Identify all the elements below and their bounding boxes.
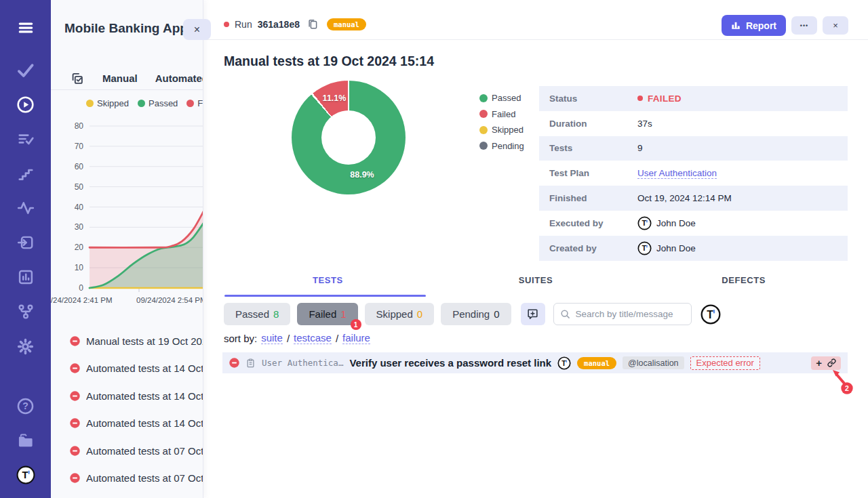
user-avatar: T [637, 241, 652, 255]
drawer-close-button[interactable]: × [183, 19, 211, 40]
run-type-badge: manual [327, 18, 366, 30]
history-chart-legend: Skipped Passed Failed [86, 98, 203, 108]
svg-text:30: 30 [75, 222, 84, 232]
legend-failed: Failed [479, 109, 524, 119]
copy-check-icon[interactable] [70, 71, 85, 86]
comment-button[interactable] [521, 303, 545, 325]
test-title[interactable]: Verify user receives a password reset li… [349, 357, 551, 369]
failed-run-icon [70, 363, 80, 373]
tab-tests[interactable]: TESTS [224, 275, 432, 293]
project-drawer: × Mobile Banking App Manual Automated Sk… [51, 0, 203, 498]
check-icon[interactable] [16, 60, 35, 79]
test-tag[interactable]: @localisation [623, 356, 684, 369]
link-icon [827, 358, 836, 367]
user-avatar-button[interactable]: T [701, 304, 721, 325]
sort-by-failure[interactable]: failure [342, 332, 370, 344]
detail-row-tests: Tests 9 [539, 136, 848, 161]
steps-icon[interactable] [16, 164, 35, 183]
tab-suites[interactable]: SUITES [432, 275, 640, 293]
icon-sidebar: ? T [0, 0, 51, 498]
run-list-item[interactable]: Automated tests at 14 Oct 2024 [51, 355, 203, 383]
search-icon [560, 309, 570, 319]
test-result-row[interactable]: User Authentica… Verify user receives a … [222, 352, 848, 373]
add-defect-button[interactable]: + [816, 358, 822, 368]
link-issue-button[interactable] [827, 358, 836, 367]
detail-row-test-plan: Test Plan User Authentication [539, 161, 848, 186]
test-plan-link[interactable]: User Authentication [637, 168, 717, 179]
bar-chart-box-icon[interactable] [16, 268, 35, 287]
failed-run-icon [70, 446, 80, 456]
svg-text:T: T [642, 244, 646, 252]
run-header: Run 361a18e8 manual Report ••• × [203, 0, 868, 40]
detail-row-status: Status FAILED [539, 86, 848, 111]
comment-plus-icon [526, 308, 539, 320]
svg-text:70: 70 [75, 142, 84, 151]
run-list-item[interactable]: Automated tests at 14 Oct 2024 [51, 382, 203, 410]
x-tick-end: 09/24/2024 2:54 PM [136, 296, 203, 304]
run-status-dot [224, 22, 229, 27]
active-tab-underline [224, 295, 426, 297]
report-button[interactable]: Report [722, 15, 786, 36]
failed-test-icon [229, 358, 239, 368]
svg-text:80: 80 [75, 121, 84, 131]
filter-skipped[interactable]: Skipped0 [365, 303, 435, 325]
svg-text:T: T [707, 308, 713, 320]
detail-row-finished: Finished Oct 19, 2024 12:14 PM [539, 186, 848, 211]
log-in-icon[interactable] [16, 233, 35, 252]
run-list-item[interactable]: Automated tests at 07 Oct 2024 [51, 465, 203, 493]
app-root: ? T × Mobile Banking App Manual Automate… [0, 0, 868, 498]
activity-icon[interactable] [16, 199, 35, 217]
detail-row-executed-by: Executed by T John Doe [539, 211, 848, 236]
tab-automated[interactable]: Automated [155, 72, 203, 84]
run-meta: Run 361a18e8 manual [224, 18, 366, 30]
legend-failed: Failed [186, 98, 203, 108]
play-circle-icon[interactable] [16, 95, 35, 114]
testomat-logo[interactable]: T [16, 465, 35, 484]
tab-defects[interactable]: DEFECTS [639, 275, 848, 293]
legend-pending: Pending [479, 141, 524, 151]
svg-text:?: ? [22, 400, 28, 411]
menu-icon[interactable] [16, 18, 35, 37]
donut-legend: Passed Failed Skipped Pending [479, 93, 524, 151]
failed-status-dot [637, 96, 643, 101]
list-check-icon[interactable] [16, 129, 35, 148]
copy-run-id-button[interactable] [307, 18, 319, 30]
filter-failed[interactable]: Failed11 [297, 303, 357, 325]
search-input[interactable] [553, 303, 692, 325]
sort-by-testcase[interactable]: testcase [294, 332, 332, 344]
svg-text:20: 20 [75, 243, 84, 252]
svg-text:0: 0 [79, 283, 83, 293]
filter-pending[interactable]: Pending0 [441, 303, 511, 325]
sidebar-bottom: ? T [16, 396, 35, 484]
svg-text:60: 60 [75, 162, 84, 171]
svg-text:40: 40 [75, 203, 84, 212]
detail-row-duration: Duration 37s [539, 111, 848, 136]
result-donut-chart: 11.1% 88.9% [292, 81, 406, 194]
search-box [553, 303, 692, 325]
donut-hole [321, 110, 376, 165]
result-tabs: TESTS SUITES DEFECTS [224, 275, 848, 293]
history-x-axis: 09/24/2024 2:41 PM 09/24/2024 2:54 PM [51, 296, 203, 307]
test-row-actions: + [811, 356, 841, 370]
run-list-item[interactable]: Automated tests at 07 Oct 2024 [51, 437, 203, 465]
legend-skipped: Skipped [479, 125, 524, 135]
test-suite-name[interactable]: User Authentica… [262, 358, 343, 368]
folder-icon[interactable] [16, 431, 35, 450]
run-list-item[interactable]: Manual tests at 19 Oct 2024 [51, 327, 203, 355]
gear-icon[interactable] [16, 337, 35, 356]
git-fork-icon[interactable] [16, 302, 35, 321]
close-run-button[interactable]: × [823, 16, 848, 35]
filter-row: Passed8 Failed11 Skipped0 Pending0 T [224, 303, 721, 325]
run-list-item[interactable]: Automated tests at 14 Oct 2024 [51, 410, 203, 438]
more-actions-button[interactable]: ••• [791, 16, 817, 35]
filter-passed[interactable]: Passed8 [224, 303, 290, 325]
svg-text:T: T [22, 470, 28, 480]
svg-text:T: T [642, 219, 646, 227]
tab-manual[interactable]: Manual [102, 72, 138, 84]
test-type-badge: manual [577, 357, 616, 369]
svg-text:T: T [561, 358, 566, 367]
sort-by-suite[interactable]: suite [261, 332, 283, 344]
donut-passed-label: 88.9% [350, 170, 374, 180]
page-title: Manual tests at 19 Oct 2024 15:14 [224, 54, 434, 69]
help-circle-icon[interactable]: ? [16, 396, 35, 415]
